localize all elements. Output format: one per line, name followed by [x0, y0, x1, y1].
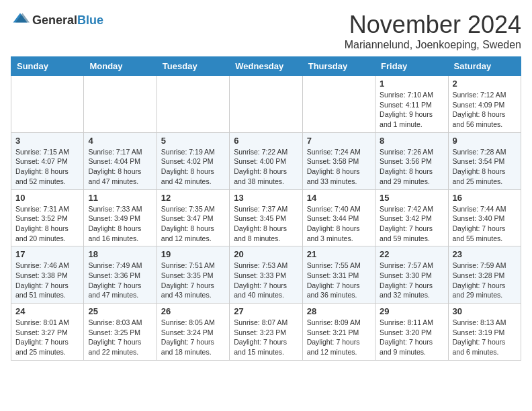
- day-info: Sunrise: 7:55 AMSunset: 3:31 PMDaylight:…: [307, 261, 371, 300]
- day-info: Sunrise: 7:12 AMSunset: 4:09 PMDaylight:…: [453, 90, 517, 130]
- calendar-cell: [302, 76, 375, 133]
- day-number: 11: [88, 193, 152, 203]
- calendar-cell: 10Sunrise: 7:31 AMSunset: 3:52 PMDayligh…: [11, 189, 84, 246]
- logo-text-blue: Blue: [77, 13, 103, 27]
- day-number: 29: [380, 306, 443, 316]
- day-info: Sunrise: 7:44 AMSunset: 3:40 PMDaylight:…: [453, 204, 517, 244]
- calendar-cell: 27Sunrise: 8:07 AMSunset: 3:23 PMDayligh…: [230, 304, 302, 361]
- calendar-body: 1Sunrise: 7:10 AMSunset: 4:11 PMDaylight…: [11, 76, 521, 361]
- day-info: Sunrise: 7:17 AMSunset: 4:04 PMDaylight:…: [88, 147, 152, 187]
- day-number: 27: [234, 306, 298, 316]
- day-number: 12: [161, 193, 225, 203]
- calendar-cell: [84, 76, 157, 133]
- calendar-cell: [230, 76, 302, 133]
- calendar-cell: 25Sunrise: 8:03 AMSunset: 3:25 PMDayligh…: [84, 304, 157, 361]
- day-number: 28: [307, 306, 371, 316]
- calendar-cell: 24Sunrise: 8:01 AMSunset: 3:27 PMDayligh…: [11, 304, 84, 361]
- calendar-header-saturday: Saturday: [448, 57, 521, 76]
- day-number: 23: [453, 249, 517, 259]
- calendar-cell: 29Sunrise: 8:11 AMSunset: 3:20 PMDayligh…: [375, 304, 448, 361]
- day-number: 16: [453, 193, 517, 203]
- calendar-cell: [157, 76, 229, 133]
- calendar-week-row: 10Sunrise: 7:31 AMSunset: 3:52 PMDayligh…: [11, 189, 521, 246]
- day-info: Sunrise: 7:53 AMSunset: 3:33 PMDaylight:…: [234, 261, 298, 300]
- day-number: 13: [234, 193, 298, 203]
- calendar-cell: 20Sunrise: 7:53 AMSunset: 3:33 PMDayligh…: [230, 246, 302, 304]
- day-info: Sunrise: 7:24 AMSunset: 3:58 PMDaylight:…: [307, 147, 371, 187]
- day-info: Sunrise: 7:10 AMSunset: 4:11 PMDaylight:…: [380, 90, 443, 130]
- calendar-cell: 30Sunrise: 8:13 AMSunset: 3:19 PMDayligh…: [448, 304, 521, 361]
- logo: GeneralBlue: [11, 11, 103, 30]
- day-info: Sunrise: 7:19 AMSunset: 4:02 PMDaylight:…: [161, 147, 225, 187]
- calendar-cell: 26Sunrise: 8:05 AMSunset: 3:24 PMDayligh…: [157, 304, 229, 361]
- day-info: Sunrise: 7:35 AMSunset: 3:47 PMDaylight:…: [161, 204, 225, 244]
- day-info: Sunrise: 8:11 AMSunset: 3:20 PMDaylight:…: [380, 318, 443, 357]
- day-info: Sunrise: 7:51 AMSunset: 3:35 PMDaylight:…: [161, 261, 225, 300]
- day-number: 5: [161, 136, 225, 146]
- calendar-week-row: 3Sunrise: 7:15 AMSunset: 4:07 PMDaylight…: [11, 132, 521, 189]
- calendar-cell: 17Sunrise: 7:46 AMSunset: 3:38 PMDayligh…: [11, 246, 84, 304]
- day-info: Sunrise: 7:31 AMSunset: 3:52 PMDaylight:…: [15, 204, 79, 244]
- day-number: 4: [88, 136, 152, 146]
- day-info: Sunrise: 7:40 AMSunset: 3:44 PMDaylight:…: [307, 204, 371, 244]
- day-number: 8: [380, 136, 443, 146]
- calendar-header-wednesday: Wednesday: [230, 57, 302, 76]
- day-number: 14: [307, 193, 371, 203]
- page-header: GeneralBlue November 2024 Mariannelund, …: [11, 11, 521, 51]
- day-number: 3: [15, 136, 79, 146]
- logo-icon: [11, 11, 30, 30]
- day-number: 22: [380, 249, 443, 259]
- day-info: Sunrise: 8:05 AMSunset: 3:24 PMDaylight:…: [161, 318, 225, 357]
- calendar-cell: [11, 76, 84, 133]
- day-info: Sunrise: 7:22 AMSunset: 4:00 PMDaylight:…: [234, 147, 298, 187]
- day-number: 24: [15, 306, 79, 316]
- day-info: Sunrise: 7:46 AMSunset: 3:38 PMDaylight:…: [15, 261, 79, 300]
- day-number: 1: [380, 79, 443, 89]
- calendar-cell: 18Sunrise: 7:49 AMSunset: 3:36 PMDayligh…: [84, 246, 157, 304]
- day-info: Sunrise: 7:57 AMSunset: 3:30 PMDaylight:…: [380, 261, 443, 300]
- day-info: Sunrise: 7:42 AMSunset: 3:42 PMDaylight:…: [380, 204, 443, 244]
- logo-text-general: General: [32, 13, 77, 27]
- location-title: Mariannelund, Joenkoeping, Sweden: [345, 39, 521, 51]
- calendar-cell: 5Sunrise: 7:19 AMSunset: 4:02 PMDaylight…: [157, 132, 229, 189]
- day-info: Sunrise: 7:37 AMSunset: 3:45 PMDaylight:…: [234, 204, 298, 244]
- calendar-header-thursday: Thursday: [302, 57, 375, 76]
- day-number: 15: [380, 193, 443, 203]
- day-number: 26: [161, 306, 225, 316]
- day-number: 19: [161, 249, 225, 259]
- day-info: Sunrise: 7:26 AMSunset: 3:56 PMDaylight:…: [380, 147, 443, 187]
- calendar-cell: 8Sunrise: 7:26 AMSunset: 3:56 PMDaylight…: [375, 132, 448, 189]
- calendar-cell: 6Sunrise: 7:22 AMSunset: 4:00 PMDaylight…: [230, 132, 302, 189]
- calendar-cell: 2Sunrise: 7:12 AMSunset: 4:09 PMDaylight…: [448, 76, 521, 133]
- calendar-cell: 4Sunrise: 7:17 AMSunset: 4:04 PMDaylight…: [84, 132, 157, 189]
- calendar-week-row: 1Sunrise: 7:10 AMSunset: 4:11 PMDaylight…: [11, 76, 521, 133]
- day-info: Sunrise: 8:13 AMSunset: 3:19 PMDaylight:…: [453, 318, 517, 357]
- day-number: 9: [453, 136, 517, 146]
- day-number: 6: [234, 136, 298, 146]
- calendar-cell: 14Sunrise: 7:40 AMSunset: 3:44 PMDayligh…: [302, 189, 375, 246]
- calendar-cell: 9Sunrise: 7:28 AMSunset: 3:54 PMDaylight…: [448, 132, 521, 189]
- day-info: Sunrise: 7:28 AMSunset: 3:54 PMDaylight:…: [453, 147, 517, 187]
- day-number: 17: [15, 249, 79, 259]
- day-number: 7: [307, 136, 371, 146]
- calendar-cell: 7Sunrise: 7:24 AMSunset: 3:58 PMDaylight…: [302, 132, 375, 189]
- day-number: 20: [234, 249, 298, 259]
- calendar-cell: 13Sunrise: 7:37 AMSunset: 3:45 PMDayligh…: [230, 189, 302, 246]
- calendar-cell: 23Sunrise: 7:59 AMSunset: 3:28 PMDayligh…: [448, 246, 521, 304]
- day-info: Sunrise: 7:15 AMSunset: 4:07 PMDaylight:…: [15, 147, 79, 187]
- day-info: Sunrise: 8:07 AMSunset: 3:23 PMDaylight:…: [234, 318, 298, 357]
- month-title: November 2024: [345, 11, 521, 39]
- calendar-header-row: SundayMondayTuesdayWednesdayThursdayFrid…: [11, 57, 521, 76]
- calendar-cell: 15Sunrise: 7:42 AMSunset: 3:42 PMDayligh…: [375, 189, 448, 246]
- calendar-week-row: 24Sunrise: 8:01 AMSunset: 3:27 PMDayligh…: [11, 304, 521, 361]
- title-area: November 2024 Mariannelund, Joenkoeping,…: [345, 11, 521, 51]
- calendar-week-row: 17Sunrise: 7:46 AMSunset: 3:38 PMDayligh…: [11, 246, 521, 304]
- calendar-header-monday: Monday: [84, 57, 157, 76]
- day-info: Sunrise: 7:59 AMSunset: 3:28 PMDaylight:…: [453, 261, 517, 300]
- calendar-cell: 28Sunrise: 8:09 AMSunset: 3:21 PMDayligh…: [302, 304, 375, 361]
- day-info: Sunrise: 7:33 AMSunset: 3:49 PMDaylight:…: [88, 204, 152, 244]
- day-info: Sunrise: 8:03 AMSunset: 3:25 PMDaylight:…: [88, 318, 152, 357]
- calendar-header-sunday: Sunday: [11, 57, 84, 76]
- calendar-cell: 1Sunrise: 7:10 AMSunset: 4:11 PMDaylight…: [375, 76, 448, 133]
- calendar-cell: 3Sunrise: 7:15 AMSunset: 4:07 PMDaylight…: [11, 132, 84, 189]
